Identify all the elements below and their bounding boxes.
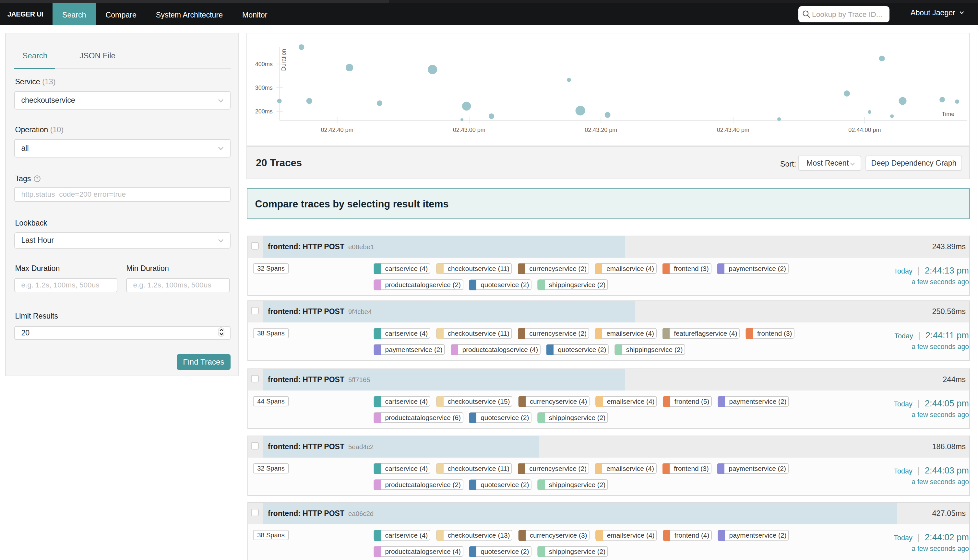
svg-text:02:43:20 pm: 02:43:20 pm (585, 127, 617, 133)
svg-text:?: ? (36, 176, 38, 181)
svg-text:02:42:40 pm: 02:42:40 pm (321, 127, 354, 133)
svg-text:400ms: 400ms (255, 61, 273, 67)
svg-text:02:44:00 pm: 02:44:00 pm (848, 127, 881, 133)
svg-text:200ms: 200ms (255, 108, 273, 115)
svg-text:02:43:40 pm: 02:43:40 pm (717, 127, 749, 133)
svg-text:02:43:00 pm: 02:43:00 pm (453, 127, 486, 133)
svg-text:300ms: 300ms (255, 85, 273, 91)
svg-text:Duration: Duration (280, 49, 287, 71)
svg-text:Time: Time (942, 111, 954, 117)
